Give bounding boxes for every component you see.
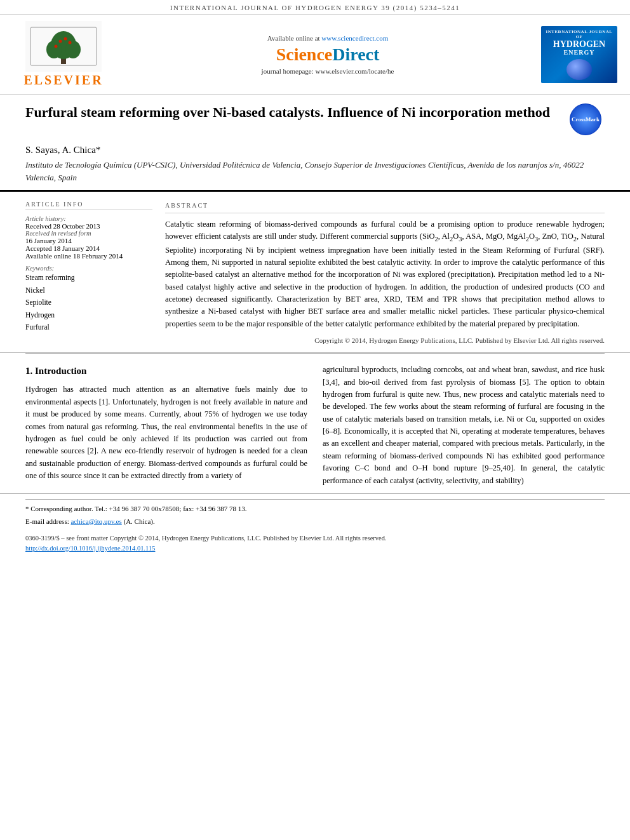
journal-header: INTERNATIONAL JOURNAL OF HYDROGEN ENERGY… [0,0,630,15]
journal-logo-right: International Journal of HYDROGEN ENERGY [541,26,617,83]
right-column: agricultural byproducts, including cornc… [323,364,605,487]
main-content: 1. Introduction Hydrogen has attracted m… [0,354,630,493]
keywords-label: Keywords: [25,265,152,272]
svg-point-8 [69,41,72,44]
revised-date: 16 January 2014 [25,237,152,244]
doi-line: http://dx.doi.org/10.1016/j.ijhydene.201… [25,543,605,554]
email-link[interactable]: achica@itq.upv.es [70,517,121,525]
article-affiliation: Instituto de Tecnología Química (UPV-CSI… [25,159,605,183]
elsevier-tree-icon [25,21,102,72]
svg-point-6 [59,40,62,43]
footer-bar: 0360-3199/$ – see front matter Copyright… [0,531,630,556]
keywords-list: Steam reforming Nickel Sepiolite Hydroge… [25,272,152,334]
introduction-right-text: agricultural byproducts, including cornc… [323,364,605,487]
keyword-furfural: Furfural [25,321,152,334]
issn-line: 0360-3199/$ – see front matter Copyright… [25,533,605,543]
article-authors: S. Sayas, A. Chica* [25,145,605,156]
keyword-sepiolite: Sepiolite [25,297,152,309]
article-title: Furfural steam reforming over Ni-based c… [25,103,570,122]
sd-url[interactable]: www.sciencedirect.com [321,34,388,42]
journal-logo-hydrogen: HYDROGEN [553,39,605,49]
section-number: 1. [25,366,32,376]
svg-point-7 [64,37,67,41]
svg-point-4 [46,41,62,58]
received-date: Received 28 October 2013 [25,222,152,230]
keyword-nickel: Nickel [25,284,152,297]
abstract-panel: ABSTRACT Catalytic steam reforming of bi… [165,201,605,346]
corresponding-author-note: * Corresponding author. Tel.: +34 96 387… [25,503,605,515]
svg-point-5 [65,41,81,58]
crossmark-icon: CrossMark [570,103,601,135]
journal-logo-ij-text: International Journal of [544,29,614,39]
article-history-group: Article history: Received 28 October 201… [25,215,152,260]
article-title-row: Furfural steam reforming over Ni-based c… [25,103,605,138]
article-info-panel: ARTICLE INFO Article history: Received 2… [25,201,152,346]
article-info-abstract-section: ARTICLE INFO Article history: Received 2… [0,192,630,353]
journal-homepage: journal homepage: www.elsevier.com/locat… [114,67,541,75]
crossmark-badge[interactable]: CrossMark [570,103,605,138]
footnote-area: * Corresponding author. Tel.: +34 96 387… [0,493,630,531]
elsevier-logo: ELSEVIER [13,21,114,88]
doi-link[interactable]: http://dx.doi.org/10.1016/j.ijhydene.201… [25,545,155,552]
keywords-group: Keywords: Steam reforming Nickel Sepioli… [25,265,152,334]
email-note: E-mail address: achica@itq.upv.es (A. Ch… [25,516,605,528]
article-info-heading: ARTICLE INFO [25,201,152,210]
keyword-hydrogen: Hydrogen [25,309,152,322]
journal-logo-energy: ENERGY [564,49,595,56]
footnote-divider [25,499,605,500]
journal-header-text: INTERNATIONAL JOURNAL OF HYDROGEN ENERGY… [170,4,460,11]
elsevier-brand-text: ELSEVIER [23,73,103,88]
revised-label: Received in revised form [25,230,152,237]
copyright-line: Copyright © 2014, Hydrogen Energy Public… [165,335,605,346]
left-column: 1. Introduction Hydrogen has attracted m… [25,364,307,487]
accepted-date: Accepted 18 January 2014 [25,244,152,252]
center-info: Available online at www.sciencedirect.co… [114,34,541,75]
keyword-steam-reforming: Steam reforming [25,272,152,284]
sciencedirect-logo: ScienceDirect [114,44,541,65]
abstract-text: Catalytic steam reforming of biomass-der… [165,218,605,331]
abstract-heading: ABSTRACT [165,201,605,213]
top-banner: ELSEVIER Available online at www.science… [0,15,630,95]
svg-point-9 [55,45,58,48]
available-online-date: Available online 18 February 2014 [25,252,152,260]
available-online-text: Available online at www.sciencedirect.co… [114,34,541,42]
history-label: Article history: [25,215,152,222]
article-header: Furfural steam reforming over Ni-based c… [0,95,630,192]
introduction-left-text: Hydrogen has attracted much attention as… [25,383,307,482]
introduction-title: 1. Introduction [25,364,307,378]
section-title-text: Introduction [35,366,86,376]
journal-logo-sphere-icon [566,59,592,80]
